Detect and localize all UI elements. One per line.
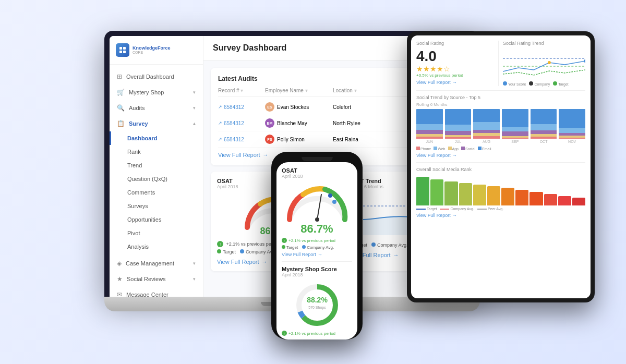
sidebar-subitem-opportunities[interactable]: Opportunities bbox=[110, 213, 203, 226]
sidebar-subitem-pivot[interactable]: Pivot bbox=[110, 226, 203, 240]
bar-segment bbox=[445, 137, 472, 139]
bar-label: JUN bbox=[426, 140, 434, 143]
social-legend-dot bbox=[461, 147, 465, 150]
bar-group: JUN bbox=[416, 109, 443, 143]
phone-osat-period: April 2018 bbox=[282, 174, 352, 179]
sidebar-subitem-surveys[interactable]: Surveys bbox=[110, 199, 203, 213]
sidebar: KnowledgeForce CORE ⊞ Overall Dashboard … bbox=[110, 36, 203, 297]
sidebar-subitem-analysis[interactable]: Analysis bbox=[110, 240, 203, 253]
phone-view-report[interactable]: View Full Report → bbox=[282, 252, 352, 257]
peer-line bbox=[477, 209, 487, 210]
svg-text:88.2%: 88.2% bbox=[307, 296, 328, 304]
bar-segment bbox=[531, 130, 557, 134]
sidebar-item-label: Audits bbox=[129, 105, 145, 111]
social-trend-source-panel: Social Trend by Source - Top 5 Rolling 6… bbox=[416, 90, 585, 158]
sidebar-subitem-trend[interactable]: Trend bbox=[110, 159, 203, 172]
sidebar-item-mystery-shop[interactable]: 🛒 Mystery Shop ▾ bbox=[110, 84, 203, 100]
rank-legend: Target Company Avg. Peer Avg. bbox=[416, 207, 585, 211]
phone-legend: Target Company Avg. bbox=[282, 245, 352, 250]
record-link[interactable]: ↗ 6584312 bbox=[218, 137, 265, 142]
sidebar-item-audits[interactable]: 🔍 Audits ▾ bbox=[110, 100, 203, 116]
sidebar-item-label: Mystery Shop bbox=[129, 89, 164, 95]
sidebar-item-overall-dashboard[interactable]: ⊞ Overall Dashboard bbox=[110, 69, 203, 84]
search-icon: 🔍 bbox=[117, 104, 125, 112]
tablet-trend-svg bbox=[503, 48, 585, 79]
sidebar-item-survey[interactable]: 📋 Survey ▴ bbox=[110, 116, 203, 131]
tablet-device: Social Rating 4.0 ★★★★☆ +0.5% vs previou… bbox=[407, 31, 595, 302]
bar-group: NOV bbox=[559, 109, 585, 143]
employee-cell: PS Polly Simon bbox=[265, 135, 333, 144]
rank-bar bbox=[473, 185, 486, 205]
bar-segment bbox=[559, 138, 585, 139]
col-record: Record # ▾ bbox=[218, 88, 265, 93]
bar-label: JUL bbox=[455, 140, 461, 143]
source-label: Social Trend by Source - Top 5 bbox=[416, 95, 585, 100]
avatar: ES bbox=[265, 102, 274, 112]
avatar: PS bbox=[265, 135, 274, 144]
phone-gauge-area bbox=[282, 183, 352, 222]
sidebar-subitem-dashboard[interactable]: Dashboard bbox=[110, 131, 203, 145]
bar-segment bbox=[531, 109, 557, 124]
company-dot bbox=[371, 242, 376, 247]
record-link[interactable]: ↗ 6584312 bbox=[218, 120, 265, 126]
section-divider bbox=[282, 261, 352, 262]
company-line bbox=[440, 209, 449, 210]
chevron-icon: ▾ bbox=[193, 276, 196, 282]
bar-segment bbox=[502, 138, 528, 139]
sidebar-subitem-comments[interactable]: Comments bbox=[110, 186, 203, 199]
record-link[interactable]: ↗ 6584312 bbox=[218, 104, 265, 110]
mystery-period: April 2018 bbox=[282, 272, 352, 277]
target-dot bbox=[217, 249, 221, 253]
bar-segment bbox=[416, 137, 443, 139]
social-rating-label: Social Rating bbox=[416, 41, 494, 46]
tablet-screen: Social Rating 4.0 ★★★★☆ +0.5% vs previou… bbox=[411, 35, 591, 298]
phone-device: OSAT April 2018 bbox=[271, 152, 363, 339]
chevron-icon: ▴ bbox=[193, 121, 196, 126]
grid-icon: ⊞ bbox=[117, 73, 122, 80]
donut-svg: 88.2% 570 Shops bbox=[294, 282, 341, 329]
logo-text: KnowledgeForce bbox=[133, 46, 171, 51]
logo-icon bbox=[116, 43, 129, 57]
bar-segment bbox=[502, 131, 528, 136]
email-legend-dot bbox=[478, 147, 481, 150]
tablet-content: Social Rating 4.0 ★★★★☆ +0.5% vs previou… bbox=[411, 35, 591, 298]
your-score-dot bbox=[503, 81, 507, 86]
bar-group: OCT bbox=[531, 109, 557, 143]
sidebar-item-case-management[interactable]: ◈ Case Management ▾ bbox=[110, 256, 203, 271]
bar-group: SEP bbox=[502, 109, 528, 143]
sidebar-subitem-rank[interactable]: Rank bbox=[110, 145, 203, 159]
positive-icon: ↑ bbox=[217, 241, 223, 247]
sidebar-item-label: Message Center bbox=[126, 292, 168, 297]
link-icon: ↗ bbox=[218, 137, 222, 142]
svg-point-22 bbox=[584, 59, 585, 63]
rank-bar bbox=[459, 183, 472, 205]
social-rating-panel: Social Rating 4.0 ★★★★☆ +0.5% vs previou… bbox=[416, 41, 499, 86]
social-rating-trend-panel: Social Rating Trend Your Score bbox=[503, 41, 585, 86]
tablet-view-full[interactable]: View Full Report → bbox=[416, 80, 494, 85]
svg-rect-3 bbox=[123, 51, 126, 53]
sidebar-item-message-center[interactable]: ✉ Message Center bbox=[110, 287, 203, 297]
bar-segment bbox=[416, 124, 443, 130]
bar-segment bbox=[445, 125, 472, 131]
sidebar-nav: ⊞ Overall Dashboard 🛒 Mystery Shop ▾ 🔍 A… bbox=[110, 65, 203, 297]
rank-panel: Overall Social Media Rank bbox=[416, 162, 585, 218]
bar-segment bbox=[445, 131, 472, 135]
bar-segment bbox=[502, 109, 528, 127]
app-legend-dot bbox=[448, 147, 452, 150]
logo-sub: CORE bbox=[133, 51, 171, 54]
bar-group: AUG bbox=[473, 109, 500, 143]
up-icon: ↑ bbox=[282, 238, 287, 243]
sidebar-item-social-reviews[interactable]: ★ Social Reviews ▾ bbox=[110, 271, 203, 287]
sidebar-item-label: Social Reviews bbox=[127, 276, 166, 282]
rank-view-full[interactable]: View Full Report → bbox=[416, 213, 585, 218]
rank-bar bbox=[430, 179, 443, 205]
mystery-shop-title: Mystery Shop Score bbox=[282, 266, 352, 272]
sidebar-subitem-qxq[interactable]: Question (QxQ) bbox=[110, 172, 203, 186]
mail-icon: ✉ bbox=[117, 291, 122, 297]
target-dot bbox=[553, 81, 557, 86]
star-icon: ★ bbox=[117, 275, 123, 283]
source-view-full[interactable]: View Full Report → bbox=[416, 153, 585, 158]
sidebar-item-label: Case Management bbox=[126, 260, 174, 266]
phone-notch bbox=[302, 157, 333, 161]
donut-chart: 88.2% 570 Shops bbox=[282, 282, 352, 329]
